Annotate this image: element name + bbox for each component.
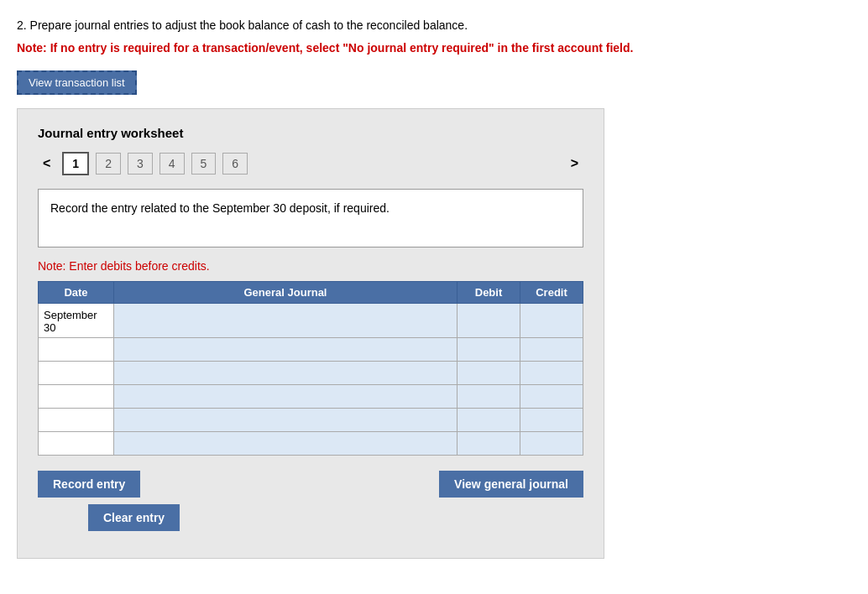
- right-buttons: View general journal: [439, 471, 583, 498]
- debit-input-2[interactable]: [458, 362, 520, 384]
- tab-3[interactable]: 3: [128, 153, 153, 175]
- worksheet-container: Journal entry worksheet < 1 2 3 4 5 6 > …: [17, 108, 604, 559]
- header-credit: Credit: [520, 282, 583, 304]
- tab-1[interactable]: 1: [62, 152, 89, 175]
- credit-input-3[interactable]: [520, 385, 583, 408]
- date-cell-3: [39, 385, 114, 409]
- debit-cell-4[interactable]: [458, 409, 520, 432]
- journal-input-0[interactable]: [114, 304, 457, 337]
- tab-4[interactable]: 4: [159, 153, 185, 175]
- debit-input-1[interactable]: [458, 338, 520, 361]
- journal-input-4[interactable]: [114, 409, 457, 431]
- worksheet-title: Journal entry worksheet: [38, 126, 583, 140]
- journal-cell-5[interactable]: [114, 432, 458, 456]
- debit-input-5[interactable]: [458, 432, 520, 455]
- credit-input-5[interactable]: [520, 432, 583, 455]
- clear-entry-button[interactable]: Clear entry: [88, 504, 180, 531]
- credit-input-1[interactable]: [520, 338, 583, 361]
- journal-input-1[interactable]: [114, 338, 457, 361]
- next-arrow[interactable]: >: [566, 154, 583, 173]
- warning-text: Note: If no entry is required for a tran…: [17, 39, 851, 57]
- step-number: 2. Prepare journal entries to adjust the…: [17, 17, 851, 34]
- debit-cell-3[interactable]: [458, 385, 520, 409]
- journal-table: Date General Journal Debit Credit Septem…: [38, 281, 583, 456]
- note-text: Note: Enter debits before credits.: [38, 259, 583, 273]
- journal-input-2[interactable]: [114, 362, 457, 384]
- credit-cell-4[interactable]: [520, 409, 583, 432]
- journal-cell-2[interactable]: [114, 362, 458, 385]
- credit-cell-0[interactable]: [520, 304, 583, 338]
- date-cell-2: [39, 362, 114, 385]
- debit-input-3[interactable]: [458, 385, 520, 408]
- left-buttons: Record entry Clear entry: [38, 471, 180, 531]
- debit-input-4[interactable]: [458, 409, 520, 431]
- credit-input-0[interactable]: [520, 304, 583, 337]
- journal-input-5[interactable]: [114, 432, 457, 455]
- credit-input-4[interactable]: [520, 409, 583, 431]
- prompt-box: Record the entry related to the Septembe…: [38, 189, 583, 248]
- journal-input-3[interactable]: [114, 385, 457, 408]
- debit-cell-1[interactable]: [458, 338, 520, 362]
- view-transaction-button[interactable]: View transaction list: [17, 70, 137, 95]
- journal-cell-4[interactable]: [114, 409, 458, 432]
- tab-6[interactable]: 6: [222, 153, 248, 175]
- header-journal: General Journal: [114, 282, 458, 304]
- journal-cell-0[interactable]: [114, 304, 458, 338]
- tab-navigation: < 1 2 3 4 5 6 >: [38, 152, 583, 175]
- view-general-journal-button[interactable]: View general journal: [439, 471, 583, 498]
- date-cell-5: [39, 432, 114, 456]
- credit-input-2[interactable]: [520, 362, 583, 384]
- table-row: [39, 362, 583, 385]
- step-label: 2.: [17, 18, 27, 32]
- debit-cell-5[interactable]: [458, 432, 520, 456]
- prompt-text: Record the entry related to the Septembe…: [50, 201, 390, 215]
- date-cell-1: [39, 338, 114, 362]
- credit-cell-5[interactable]: [520, 432, 583, 456]
- tab-5[interactable]: 5: [191, 153, 217, 175]
- header-debit: Debit: [458, 282, 520, 304]
- debit-cell-2[interactable]: [458, 362, 520, 385]
- credit-cell-3[interactable]: [520, 385, 583, 409]
- table-row: [39, 432, 583, 456]
- tab-2[interactable]: 2: [96, 153, 121, 175]
- table-row: [39, 338, 583, 362]
- prev-arrow[interactable]: <: [38, 154, 55, 173]
- main-instruction: Prepare journal entries to adjust the bo…: [30, 18, 468, 32]
- button-container: Record entry Clear entry View general jo…: [38, 471, 583, 538]
- table-row: [39, 385, 583, 409]
- date-cell-4: [39, 409, 114, 432]
- table-row: September30: [39, 304, 583, 338]
- credit-cell-2[interactable]: [520, 362, 583, 385]
- credit-cell-1[interactable]: [520, 338, 583, 362]
- table-row: [39, 409, 583, 432]
- debit-input-0[interactable]: [458, 304, 520, 337]
- journal-cell-3[interactable]: [114, 385, 458, 409]
- debit-cell-0[interactable]: [458, 304, 520, 338]
- journal-cell-1[interactable]: [114, 338, 458, 362]
- date-cell-0: September30: [39, 304, 114, 338]
- header-date: Date: [39, 282, 114, 304]
- record-entry-button[interactable]: Record entry: [38, 471, 140, 498]
